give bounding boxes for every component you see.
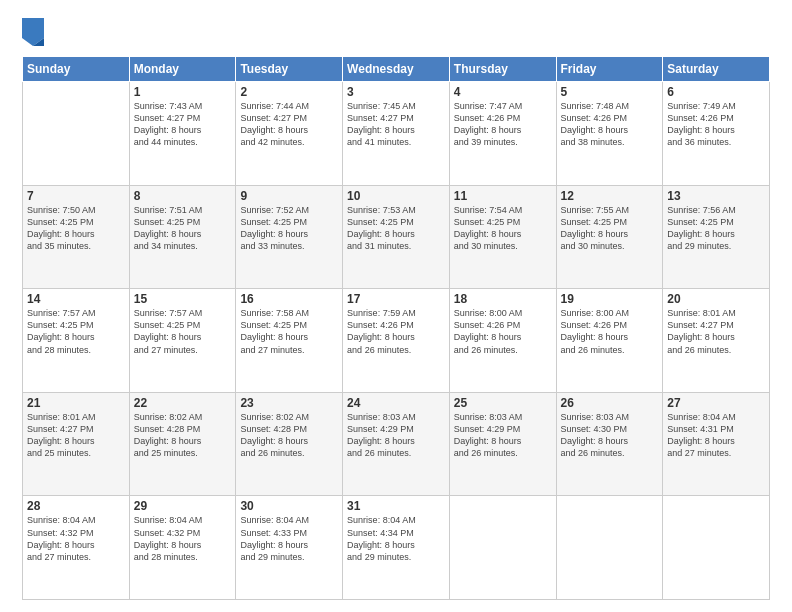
day-info: Sunrise: 7:57 AM Sunset: 4:25 PM Dayligh… (27, 307, 125, 356)
day-number: 31 (347, 499, 445, 513)
day-info: Sunrise: 8:04 AM Sunset: 4:32 PM Dayligh… (134, 514, 232, 563)
calendar-cell: 26Sunrise: 8:03 AM Sunset: 4:30 PM Dayli… (556, 392, 663, 496)
day-number: 22 (134, 396, 232, 410)
calendar-cell (449, 496, 556, 600)
day-number: 25 (454, 396, 552, 410)
day-number: 15 (134, 292, 232, 306)
day-of-week-wednesday: Wednesday (343, 57, 450, 82)
calendar-cell: 7Sunrise: 7:50 AM Sunset: 4:25 PM Daylig… (23, 185, 130, 289)
day-number: 14 (27, 292, 125, 306)
day-number: 27 (667, 396, 765, 410)
logo (22, 18, 46, 46)
day-number: 2 (240, 85, 338, 99)
page: SundayMondayTuesdayWednesdayThursdayFrid… (0, 0, 792, 612)
day-of-week-monday: Monday (129, 57, 236, 82)
day-of-week-saturday: Saturday (663, 57, 770, 82)
day-info: Sunrise: 8:03 AM Sunset: 4:29 PM Dayligh… (454, 411, 552, 460)
day-number: 30 (240, 499, 338, 513)
calendar-row-4: 28Sunrise: 8:04 AM Sunset: 4:32 PM Dayli… (23, 496, 770, 600)
calendar-cell: 10Sunrise: 7:53 AM Sunset: 4:25 PM Dayli… (343, 185, 450, 289)
calendar-cell: 8Sunrise: 7:51 AM Sunset: 4:25 PM Daylig… (129, 185, 236, 289)
day-info: Sunrise: 7:57 AM Sunset: 4:25 PM Dayligh… (134, 307, 232, 356)
day-number: 18 (454, 292, 552, 306)
day-info: Sunrise: 8:03 AM Sunset: 4:29 PM Dayligh… (347, 411, 445, 460)
day-info: Sunrise: 8:04 AM Sunset: 4:34 PM Dayligh… (347, 514, 445, 563)
day-of-week-friday: Friday (556, 57, 663, 82)
day-number: 12 (561, 189, 659, 203)
day-info: Sunrise: 7:51 AM Sunset: 4:25 PM Dayligh… (134, 204, 232, 253)
day-number: 4 (454, 85, 552, 99)
calendar-cell: 4Sunrise: 7:47 AM Sunset: 4:26 PM Daylig… (449, 82, 556, 186)
calendar-row-1: 7Sunrise: 7:50 AM Sunset: 4:25 PM Daylig… (23, 185, 770, 289)
calendar-cell: 23Sunrise: 8:02 AM Sunset: 4:28 PM Dayli… (236, 392, 343, 496)
day-info: Sunrise: 7:45 AM Sunset: 4:27 PM Dayligh… (347, 100, 445, 149)
calendar-cell: 14Sunrise: 7:57 AM Sunset: 4:25 PM Dayli… (23, 289, 130, 393)
calendar-cell: 21Sunrise: 8:01 AM Sunset: 4:27 PM Dayli… (23, 392, 130, 496)
day-info: Sunrise: 7:58 AM Sunset: 4:25 PM Dayligh… (240, 307, 338, 356)
day-number: 13 (667, 189, 765, 203)
day-number: 26 (561, 396, 659, 410)
day-info: Sunrise: 7:43 AM Sunset: 4:27 PM Dayligh… (134, 100, 232, 149)
day-number: 7 (27, 189, 125, 203)
calendar-cell: 18Sunrise: 8:00 AM Sunset: 4:26 PM Dayli… (449, 289, 556, 393)
calendar-cell: 30Sunrise: 8:04 AM Sunset: 4:33 PM Dayli… (236, 496, 343, 600)
day-number: 9 (240, 189, 338, 203)
calendar-cell: 22Sunrise: 8:02 AM Sunset: 4:28 PM Dayli… (129, 392, 236, 496)
calendar-cell: 25Sunrise: 8:03 AM Sunset: 4:29 PM Dayli… (449, 392, 556, 496)
calendar-cell: 3Sunrise: 7:45 AM Sunset: 4:27 PM Daylig… (343, 82, 450, 186)
calendar-cell: 13Sunrise: 7:56 AM Sunset: 4:25 PM Dayli… (663, 185, 770, 289)
calendar-cell: 27Sunrise: 8:04 AM Sunset: 4:31 PM Dayli… (663, 392, 770, 496)
day-info: Sunrise: 8:02 AM Sunset: 4:28 PM Dayligh… (134, 411, 232, 460)
day-number: 23 (240, 396, 338, 410)
day-info: Sunrise: 8:04 AM Sunset: 4:33 PM Dayligh… (240, 514, 338, 563)
day-number: 16 (240, 292, 338, 306)
day-info: Sunrise: 7:49 AM Sunset: 4:26 PM Dayligh… (667, 100, 765, 149)
day-of-week-sunday: Sunday (23, 57, 130, 82)
day-info: Sunrise: 7:53 AM Sunset: 4:25 PM Dayligh… (347, 204, 445, 253)
day-number: 5 (561, 85, 659, 99)
day-info: Sunrise: 7:59 AM Sunset: 4:26 PM Dayligh… (347, 307, 445, 356)
calendar-cell (23, 82, 130, 186)
day-number: 17 (347, 292, 445, 306)
calendar-cell: 5Sunrise: 7:48 AM Sunset: 4:26 PM Daylig… (556, 82, 663, 186)
calendar-cell: 9Sunrise: 7:52 AM Sunset: 4:25 PM Daylig… (236, 185, 343, 289)
calendar-cell: 1Sunrise: 7:43 AM Sunset: 4:27 PM Daylig… (129, 82, 236, 186)
day-number: 10 (347, 189, 445, 203)
calendar-cell: 20Sunrise: 8:01 AM Sunset: 4:27 PM Dayli… (663, 289, 770, 393)
calendar-cell: 2Sunrise: 7:44 AM Sunset: 4:27 PM Daylig… (236, 82, 343, 186)
day-info: Sunrise: 8:02 AM Sunset: 4:28 PM Dayligh… (240, 411, 338, 460)
day-info: Sunrise: 7:50 AM Sunset: 4:25 PM Dayligh… (27, 204, 125, 253)
day-number: 6 (667, 85, 765, 99)
day-info: Sunrise: 8:00 AM Sunset: 4:26 PM Dayligh… (454, 307, 552, 356)
calendar-row-3: 21Sunrise: 8:01 AM Sunset: 4:27 PM Dayli… (23, 392, 770, 496)
calendar-cell: 6Sunrise: 7:49 AM Sunset: 4:26 PM Daylig… (663, 82, 770, 186)
day-info: Sunrise: 8:04 AM Sunset: 4:32 PM Dayligh… (27, 514, 125, 563)
calendar-cell (556, 496, 663, 600)
calendar-cell: 15Sunrise: 7:57 AM Sunset: 4:25 PM Dayli… (129, 289, 236, 393)
day-number: 21 (27, 396, 125, 410)
day-of-week-tuesday: Tuesday (236, 57, 343, 82)
day-number: 11 (454, 189, 552, 203)
day-info: Sunrise: 7:52 AM Sunset: 4:25 PM Dayligh… (240, 204, 338, 253)
day-info: Sunrise: 8:03 AM Sunset: 4:30 PM Dayligh… (561, 411, 659, 460)
calendar-cell: 19Sunrise: 8:00 AM Sunset: 4:26 PM Dayli… (556, 289, 663, 393)
calendar-cell: 29Sunrise: 8:04 AM Sunset: 4:32 PM Dayli… (129, 496, 236, 600)
calendar-cell: 31Sunrise: 8:04 AM Sunset: 4:34 PM Dayli… (343, 496, 450, 600)
calendar-cell: 28Sunrise: 8:04 AM Sunset: 4:32 PM Dayli… (23, 496, 130, 600)
calendar-cell: 12Sunrise: 7:55 AM Sunset: 4:25 PM Dayli… (556, 185, 663, 289)
day-info: Sunrise: 7:56 AM Sunset: 4:25 PM Dayligh… (667, 204, 765, 253)
day-number: 3 (347, 85, 445, 99)
header (22, 18, 770, 46)
calendar-row-0: 1Sunrise: 7:43 AM Sunset: 4:27 PM Daylig… (23, 82, 770, 186)
calendar-cell: 17Sunrise: 7:59 AM Sunset: 4:26 PM Dayli… (343, 289, 450, 393)
day-info: Sunrise: 7:48 AM Sunset: 4:26 PM Dayligh… (561, 100, 659, 149)
calendar-cell: 11Sunrise: 7:54 AM Sunset: 4:25 PM Dayli… (449, 185, 556, 289)
calendar-cell (663, 496, 770, 600)
day-header-row: SundayMondayTuesdayWednesdayThursdayFrid… (23, 57, 770, 82)
day-info: Sunrise: 8:01 AM Sunset: 4:27 PM Dayligh… (27, 411, 125, 460)
day-number: 19 (561, 292, 659, 306)
day-number: 20 (667, 292, 765, 306)
day-number: 1 (134, 85, 232, 99)
day-info: Sunrise: 7:55 AM Sunset: 4:25 PM Dayligh… (561, 204, 659, 253)
calendar-row-2: 14Sunrise: 7:57 AM Sunset: 4:25 PM Dayli… (23, 289, 770, 393)
